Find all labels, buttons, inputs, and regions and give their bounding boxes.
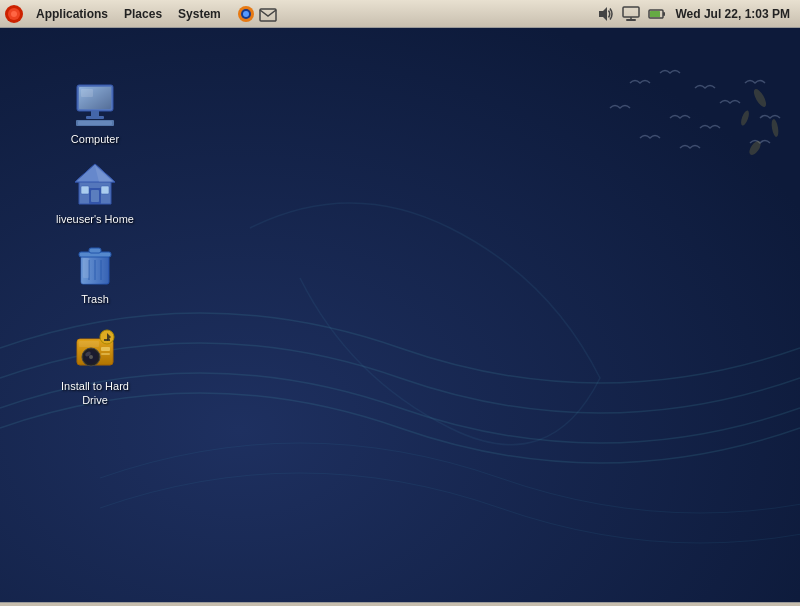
distro-logo-icon [2, 2, 26, 26]
system-menu[interactable]: System [170, 0, 229, 27]
home-label: liveuser's Home [56, 212, 134, 226]
svg-rect-50 [79, 341, 99, 347]
applications-menu[interactable]: Applications [28, 0, 116, 27]
volume-icon[interactable] [594, 3, 616, 25]
svg-rect-8 [623, 7, 639, 17]
bottom-panel [0, 602, 800, 606]
trash-label: Trash [81, 292, 109, 306]
svg-rect-23 [86, 116, 104, 119]
install-icon[interactable]: Install to Hard Drive [50, 323, 140, 412]
desktop: Computer liveuser's Home [0, 28, 800, 602]
svg-rect-24 [81, 89, 93, 97]
home-icon-img [71, 160, 119, 208]
svg-rect-22 [91, 111, 99, 116]
svg-rect-13 [650, 11, 660, 17]
datetime-display: Wed Jul 22, 1:03 PM [672, 7, 795, 21]
home-icon[interactable]: liveuser's Home [50, 156, 140, 230]
places-menu[interactable]: Places [116, 0, 170, 27]
panel-right: Wed Jul 22, 1:03 PM [594, 3, 801, 25]
computer-icon-img [71, 80, 119, 128]
svg-rect-31 [81, 186, 89, 194]
svg-rect-41 [83, 258, 89, 278]
svg-point-46 [89, 355, 93, 359]
battery-icon[interactable] [646, 3, 668, 25]
svg-rect-12 [663, 12, 665, 16]
svg-rect-9 [626, 19, 636, 21]
computer-icon[interactable]: Computer [50, 76, 140, 150]
svg-rect-26 [78, 121, 112, 125]
svg-rect-37 [89, 248, 101, 253]
top-panel: Applications Places System [0, 0, 800, 28]
update-icon[interactable] [257, 3, 279, 25]
svg-point-2 [11, 11, 17, 17]
network-icon[interactable] [620, 3, 642, 25]
browser-icon[interactable] [235, 3, 257, 25]
svg-rect-48 [101, 347, 110, 351]
svg-rect-6 [260, 9, 276, 21]
svg-rect-30 [91, 190, 99, 202]
svg-point-5 [243, 11, 249, 17]
svg-marker-7 [599, 7, 607, 21]
trash-icon[interactable]: Trash [50, 236, 140, 310]
computer-label: Computer [71, 132, 119, 146]
install-icon-img [71, 327, 119, 375]
svg-rect-32 [101, 186, 109, 194]
trash-icon-img [71, 240, 119, 288]
svg-rect-49 [101, 353, 110, 355]
install-label: Install to Hard Drive [54, 379, 136, 408]
